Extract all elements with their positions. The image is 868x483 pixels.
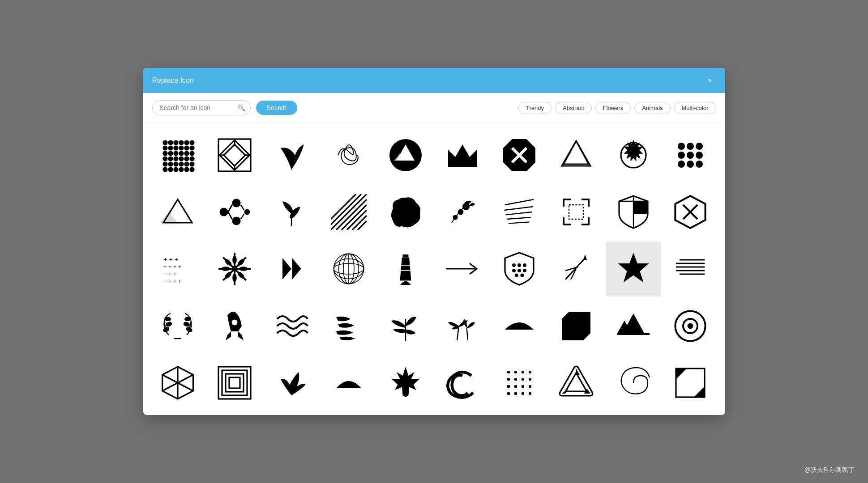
svg-point-27 [179,161,184,166]
icon-sunset[interactable] [492,298,547,353]
icon-double-chevron[interactable] [264,242,319,297]
tag-abstract[interactable]: Abstract [555,102,592,114]
svg-point-57 [696,143,703,150]
svg-point-68 [232,217,241,225]
icon-x-octagon[interactable] [492,127,547,182]
svg-point-83 [458,209,464,215]
icon-mesh-sphere[interactable] [321,242,376,297]
search-input[interactable] [152,100,251,115]
svg-line-159 [509,314,511,316]
icon-circle-eye[interactable] [663,298,718,353]
icon-bird[interactable] [264,355,319,410]
icon-mountain-outline[interactable] [150,185,205,240]
svg-line-88 [506,212,532,215]
svg-point-14 [173,151,178,156]
search-input-wrapper: 🔍 [152,100,251,115]
search-bar: 🔍 Search Trendy Abstract Flowers Animals… [143,93,725,123]
svg-point-35 [189,167,194,172]
svg-point-195 [529,371,531,373]
icon-focus-box[interactable] [549,185,604,240]
svg-marker-152 [226,331,231,340]
icon-wax-seal[interactable] [606,127,661,182]
icon-plant-leaves[interactable] [264,185,319,240]
icon-fabric-square[interactable] [549,298,604,353]
svg-line-86 [505,199,534,205]
icon-penrose-triangle[interactable] [549,355,604,410]
icon-snowflake-burst[interactable] [207,242,262,297]
svg-point-34 [184,167,189,172]
icon-laurel-wreath[interactable] [150,298,205,353]
icon-plus-pattern[interactable]: + + + + + + + + + + + + + + [150,242,205,297]
icon-palm-leaf[interactable] [378,298,433,353]
svg-point-5 [189,140,194,145]
svg-point-127 [513,264,515,267]
icon-spiral-circle[interactable] [606,355,661,410]
icon-speed-lines[interactable] [663,242,718,297]
icon-floral-branch[interactable] [435,185,490,240]
icon-shooting-star[interactable] [549,242,604,297]
svg-marker-122 [400,258,411,278]
icon-double-triangle[interactable] [549,127,604,182]
icon-shield-dots[interactable] [492,242,547,297]
svg-point-22 [184,156,189,161]
tag-multicolor[interactable]: Multi-color [674,102,716,114]
svg-point-62 [687,161,694,168]
icon-nested-squares[interactable] [207,355,262,410]
icons-grid: + + + + + + + + + + + + + + [143,123,725,415]
icon-arrow-right[interactable] [435,242,490,297]
icon-mountain-circle[interactable] [378,127,433,182]
icon-hexagon-outline[interactable] [150,355,205,410]
icon-shield-half[interactable] [606,185,661,240]
icon-dot-grid-sparse[interactable] [492,355,547,410]
svg-point-0 [162,140,167,145]
filter-tags: Trendy Abstract Flowers Animals Multi-co… [518,102,716,114]
icon-organic-blob[interactable] [378,185,433,240]
svg-point-147 [165,317,171,321]
icon-diamond-square[interactable] [207,127,262,182]
icon-star-badge[interactable] [606,242,661,297]
icon-c-logo[interactable] [435,355,490,410]
icon-diagonal-lines[interactable] [321,185,376,240]
icon-scribble[interactable] [321,127,376,182]
icon-palm-trees[interactable] [435,298,490,353]
svg-point-31 [168,167,173,172]
svg-point-18 [162,156,167,161]
svg-point-203 [529,385,531,388]
icon-dots-grid[interactable] [150,127,205,182]
icon-leaf-branch[interactable] [264,127,319,182]
icon-nine-dots[interactable] [663,127,718,182]
icon-mountain-peaks[interactable] [606,298,661,353]
svg-text:+ + + +: + + + + [163,263,182,270]
svg-line-186 [337,372,340,375]
svg-point-207 [529,392,531,395]
svg-marker-46 [448,144,477,164]
icon-nodes[interactable] [207,185,262,240]
close-button[interactable]: × [704,74,716,87]
svg-point-8 [173,145,178,150]
icon-waves[interactable] [264,298,319,353]
svg-text:+ + + +: + + + + [163,278,182,284]
icon-brush-strokes[interactable] [321,298,376,353]
svg-point-60 [696,152,703,159]
svg-point-55 [678,143,685,150]
icon-hexagon-x[interactable] [663,185,718,240]
svg-point-146 [166,322,172,327]
icon-scratch-lines[interactable] [492,185,547,240]
svg-point-20 [173,156,178,161]
icon-rocket[interactable] [207,298,262,353]
search-button[interactable]: Search [256,101,297,115]
svg-rect-184 [229,377,240,388]
icon-corner-square[interactable] [663,355,718,410]
icon-lighthouse[interactable] [378,242,433,297]
icon-maple-leaf[interactable] [378,355,433,410]
icon-crown[interactable] [435,127,490,182]
icon-sunrise[interactable] [321,355,376,410]
svg-point-131 [518,270,521,272]
svg-marker-213 [694,386,705,397]
modal-title: Replace Icon [152,76,194,85]
svg-marker-114 [292,258,301,280]
tag-animals[interactable]: Animals [634,102,670,114]
tag-trendy[interactable]: Trendy [518,102,552,114]
tag-flowers[interactable]: Flowers [595,102,631,114]
svg-line-77 [342,205,367,230]
